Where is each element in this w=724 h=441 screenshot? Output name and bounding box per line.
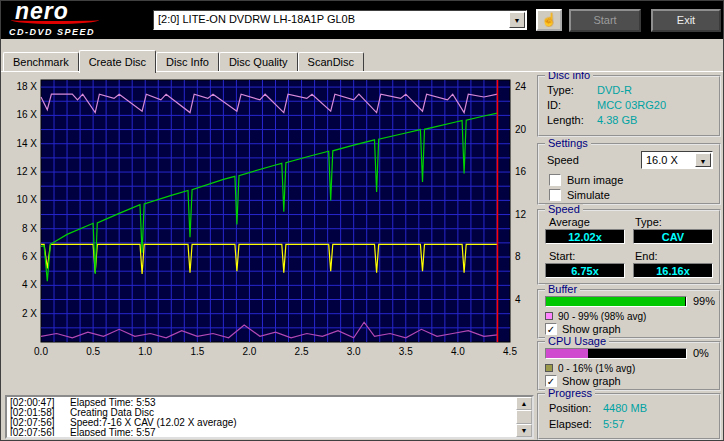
burn-image-checkbox[interactable] bbox=[549, 174, 561, 186]
svg-text:10 X: 10 X bbox=[16, 194, 37, 205]
start-button[interactable]: Start bbox=[569, 9, 641, 32]
svg-text:2.0: 2.0 bbox=[242, 346, 256, 357]
svg-text:8: 8 bbox=[515, 251, 521, 262]
hand-pointer-icon: ☝ bbox=[541, 12, 557, 27]
svg-text:16: 16 bbox=[515, 166, 527, 177]
speed-group-title: Speed bbox=[545, 204, 583, 215]
svg-text:0.0: 0.0 bbox=[34, 346, 48, 357]
disc-id-label: ID: bbox=[547, 99, 561, 111]
settings-group: Settings Speed 16.0 X ▼ Burn image Simul… bbox=[537, 143, 721, 205]
disc-type-label: Type: bbox=[547, 84, 574, 96]
svg-text:4.0: 4.0 bbox=[451, 346, 465, 357]
event-log[interactable]: [02:00:47] Elapsed Time: 5:53 [02:01:58]… bbox=[5, 395, 534, 439]
svg-text:1.0: 1.0 bbox=[138, 346, 152, 357]
svg-text:18 X: 18 X bbox=[16, 81, 37, 92]
svg-text:6 X: 6 X bbox=[22, 251, 37, 262]
hand-pointer-button[interactable]: ☝ bbox=[536, 9, 562, 31]
cd-dvd-speed-logo-text: CD-DVD SPEED bbox=[9, 27, 95, 37]
nero-cd-dvd-speed-window: nero CD-DVD SPEED [2:0] LITE-ON DVDRW LH… bbox=[0, 0, 724, 441]
simulate-label: Simulate bbox=[567, 189, 610, 201]
speed-select-value: 16.0 X bbox=[646, 154, 678, 166]
elapsed-value: 5:57 bbox=[603, 418, 624, 430]
cpu-range-text: 0 - 16% (1% avg) bbox=[558, 363, 635, 374]
progress-title: Progress bbox=[545, 388, 595, 399]
svg-text:20: 20 bbox=[515, 124, 527, 135]
disc-id-value: MCC 03RG20 bbox=[597, 99, 666, 111]
disc-length-label: Length: bbox=[547, 114, 584, 126]
tab-disc-quality[interactable]: Disc Quality bbox=[219, 52, 298, 71]
svg-text:4.5: 4.5 bbox=[503, 346, 517, 357]
buffer-range-text: 90 - 99% (98% avg) bbox=[558, 311, 646, 322]
tab-benchmark[interactable]: Benchmark bbox=[3, 52, 79, 71]
cpu-show-graph-label: Show graph bbox=[562, 375, 621, 387]
disc-info-group: Disc info Type: DVD-R ID: MCC 03RG20 Len… bbox=[537, 75, 721, 137]
position-value: 4480 MB bbox=[603, 402, 647, 414]
speed-setting-label: Speed bbox=[547, 154, 579, 166]
svg-text:14 X: 14 X bbox=[16, 138, 37, 149]
tab-create-disc[interactable]: Create Disc bbox=[79, 50, 156, 73]
cpu-usage-title: CPU Usage bbox=[545, 336, 609, 347]
cpu-meter-fill bbox=[546, 349, 588, 358]
svg-text:3.0: 3.0 bbox=[347, 346, 361, 357]
cpu-meter bbox=[545, 348, 687, 359]
tab-scandisc[interactable]: ScanDisc bbox=[298, 52, 364, 71]
svg-text:0.5: 0.5 bbox=[86, 346, 100, 357]
log-time: [02:07:56] bbox=[10, 428, 70, 436]
speed-type-value: CAV bbox=[633, 229, 713, 244]
scroll-down-button[interactable]: ▼ bbox=[516, 424, 532, 437]
svg-text:16 X: 16 X bbox=[16, 109, 37, 120]
svg-text:24: 24 bbox=[515, 81, 527, 92]
end-speed-label: End: bbox=[635, 250, 658, 262]
svg-text:2.5: 2.5 bbox=[295, 346, 309, 357]
cpu-percent: 0% bbox=[693, 347, 709, 359]
svg-text:3.5: 3.5 bbox=[399, 346, 413, 357]
svg-text:4 X: 4 X bbox=[22, 279, 37, 290]
start-speed-label: Start: bbox=[549, 250, 575, 262]
top-toolbar: nero CD-DVD SPEED [2:0] LITE-ON DVDRW LH… bbox=[1, 1, 724, 39]
svg-text:12 X: 12 X bbox=[16, 166, 37, 177]
simulate-checkbox[interactable] bbox=[549, 189, 561, 201]
start-speed-value: 6.75x bbox=[545, 263, 625, 278]
log-scrollbar[interactable]: ▲ ▼ bbox=[516, 397, 532, 437]
buffer-title: Buffer bbox=[545, 284, 580, 295]
drive-select-value: [2:0] LITE-ON DVDRW LH-18A1P GL0B bbox=[158, 13, 355, 25]
average-speed-value: 12.02x bbox=[545, 229, 625, 244]
progress-group: Progress Position: 4480 MB Elapsed: 5:57 bbox=[537, 393, 721, 440]
scroll-up-button[interactable]: ▲ bbox=[516, 397, 532, 410]
log-text: Elapsed Time: 5:57 bbox=[70, 428, 156, 436]
average-label: Average bbox=[549, 216, 590, 228]
tab-bar: Benchmark Create Disc Disc Info Disc Qua… bbox=[3, 49, 364, 71]
buffer-percent: 99% bbox=[693, 295, 715, 307]
speed-dropdown-arrow-icon[interactable]: ▼ bbox=[695, 153, 711, 167]
buffer-show-graph-checkbox[interactable]: ✓ bbox=[545, 323, 557, 335]
elapsed-label: Elapsed: bbox=[549, 418, 592, 430]
type-label: Type: bbox=[635, 216, 662, 228]
speed-select[interactable]: 16.0 X ▼ bbox=[641, 151, 713, 169]
exit-button[interactable]: Exit bbox=[651, 9, 721, 32]
svg-text:1.5: 1.5 bbox=[190, 346, 204, 357]
buffer-legend-swatch bbox=[545, 312, 553, 320]
disc-type-value: DVD-R bbox=[597, 84, 632, 96]
disc-length-value: 4.38 GB bbox=[597, 114, 637, 126]
burn-image-label: Burn image bbox=[567, 174, 623, 186]
buffer-meter-fill bbox=[546, 297, 685, 306]
tab-disc-info[interactable]: Disc Info bbox=[156, 52, 219, 71]
logo-swoosh bbox=[11, 16, 99, 24]
svg-text:2 X: 2 X bbox=[22, 308, 37, 319]
dropdown-arrow-icon[interactable]: ▼ bbox=[509, 12, 525, 28]
settings-title: Settings bbox=[545, 138, 591, 149]
drive-select[interactable]: [2:0] LITE-ON DVDRW LH-18A1P GL0B ▼ bbox=[153, 10, 527, 30]
buffer-group: Buffer 99% 90 - 99% (98% avg) ✓ Show gra… bbox=[537, 289, 721, 339]
cpu-usage-group: CPU Usage 0% 0 - 16% (1% avg) ✓ Show gra… bbox=[537, 341, 721, 391]
write-speed-chart: 2 X4 X6 X8 X10 X12 X14 X16 X18 X48121620… bbox=[1, 71, 537, 367]
log-row: [02:07:56] Elapsed Time: 5:57 bbox=[10, 428, 514, 436]
speed-group: Speed Average Type: 12.02x CAV Start: En… bbox=[537, 209, 721, 285]
cpu-show-graph-checkbox[interactable]: ✓ bbox=[545, 375, 557, 387]
end-speed-value: 16.16x bbox=[633, 263, 713, 278]
svg-text:12: 12 bbox=[515, 209, 527, 220]
svg-text:4: 4 bbox=[515, 294, 521, 305]
buffer-show-graph-label: Show graph bbox=[562, 323, 621, 335]
scroll-thumb[interactable] bbox=[516, 410, 532, 424]
event-log-rows: [02:00:47] Elapsed Time: 5:53 [02:01:58]… bbox=[10, 398, 514, 436]
position-label: Position: bbox=[549, 402, 591, 414]
